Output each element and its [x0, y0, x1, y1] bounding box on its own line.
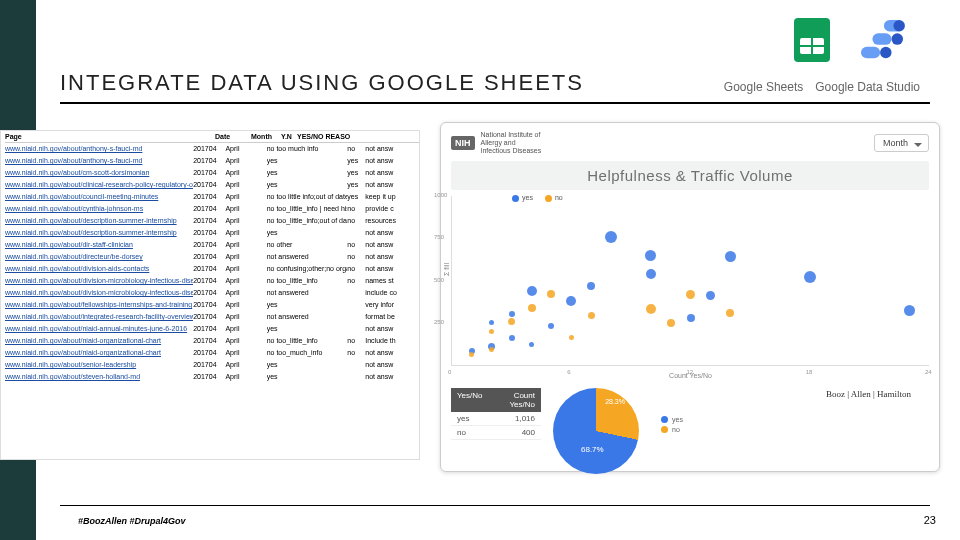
table-row: www.niaid.nih.gov/about/steven-holland-m…: [5, 371, 419, 383]
scatter-point: [509, 311, 515, 317]
sheet-col-extra: [387, 133, 407, 140]
sheet-col-reason: YES/NO REASO: [297, 133, 387, 140]
table-row: www.niaid.nih.gov/about/dir-staff-clinic…: [5, 239, 419, 251]
table-row: www.niaid.nih.gov/about/niaid-annual-min…: [5, 323, 419, 335]
table-row: www.niaid.nih.gov/about/division-microbi…: [5, 287, 419, 299]
table-row: no 400: [451, 426, 541, 440]
table-row: yes 1,016: [451, 412, 541, 426]
scatter-point: [645, 250, 656, 261]
svg-point-1: [880, 47, 891, 58]
table-row: www.niaid.nih.gov/about/clinical-researc…: [5, 179, 419, 191]
sheet-header-row: Page Date Month Y.N YES/NO REASO: [5, 131, 419, 143]
scatter-point: [527, 286, 537, 296]
scatter-point: [508, 318, 515, 325]
nih-line2: Allergy and: [481, 139, 542, 147]
legend-no: no: [555, 194, 563, 201]
footer-rule: [60, 505, 930, 506]
scatter-point: [646, 269, 656, 279]
table-row: www.niaid.nih.gov/about/division-microbi…: [5, 275, 419, 287]
scatter-point: [726, 309, 734, 317]
table-row: www.niaid.nih.gov/about/integrated-resea…: [5, 311, 419, 323]
scatter-legend: yes no: [512, 194, 563, 202]
ct-col-count: Count Yes/No: [489, 388, 541, 412]
svg-point-5: [893, 20, 904, 31]
table-row: www.niaid.nih.gov/about/division-aids-co…: [5, 263, 419, 275]
nih-line3: Infectious Diseases: [481, 147, 542, 155]
scatter-point: [804, 271, 816, 283]
sheets-label: Google Sheets: [724, 80, 803, 94]
sheet-col-yn: Y.N: [281, 133, 297, 140]
count-table: Yes/No Count Yes/No yes 1,016 no 400: [451, 388, 541, 440]
month-dropdown-label: Month: [883, 138, 908, 148]
scatter-point: [667, 319, 675, 327]
google-sheets-icon: [794, 18, 830, 62]
nih-line1: National Institute of: [481, 131, 542, 139]
sheet-col-date: Date: [215, 133, 251, 140]
scatter-point: [509, 335, 515, 341]
table-row: www.niaid.nih.gov/about/niaid-organizati…: [5, 347, 419, 359]
google-data-studio-icon: [859, 20, 905, 62]
nih-logo-icon: NIH: [451, 136, 475, 150]
table-row: www.niaid.nih.gov/about/anthony-s-fauci-…: [5, 155, 419, 167]
scatter-point: [566, 296, 576, 306]
pie-legend: yes no: [661, 416, 683, 436]
scatter-chart: yes no Σ fill Count Yes/No 2505007501000…: [451, 196, 929, 366]
datastudio-label: Google Data Studio: [815, 80, 920, 94]
svg-point-3: [892, 33, 903, 44]
scatter-point: [569, 335, 574, 340]
table-row: www.niaid.nih.gov/about/description-summ…: [5, 227, 419, 239]
sheet-col-page: Page: [5, 133, 215, 140]
scatter-point: [687, 314, 695, 322]
table-row: www.niaid.nih.gov/about/council-meeting-…: [5, 191, 419, 203]
month-dropdown[interactable]: Month: [874, 134, 929, 152]
table-row: www.niaid.nih.gov/about/cm-scott-dorsimo…: [5, 167, 419, 179]
table-row: www.niaid.nih.gov/about/fellowships-inte…: [5, 299, 419, 311]
scatter-point: [605, 231, 617, 243]
pie-pct-yes: 68.7%: [581, 445, 604, 454]
sheet-col-month: Month: [251, 133, 281, 140]
scatter-point: [587, 282, 595, 290]
product-labels: Google Sheets Google Data Studio: [724, 80, 920, 94]
nih-badge: NIH National Institute of Allergy and In…: [451, 131, 541, 155]
ct-col-yn: Yes/No: [451, 388, 489, 412]
scatter-point: [489, 347, 494, 352]
booz-allen-logo: Booz | Allen | Hamilton: [826, 389, 911, 399]
svg-rect-0: [861, 47, 880, 58]
table-row: www.niaid.nih.gov/about/senior-leadershi…: [5, 359, 419, 371]
scatter-point: [706, 291, 715, 300]
scatter-point: [588, 312, 595, 319]
scatter-point: [725, 251, 736, 262]
legend-yes: yes: [522, 194, 533, 201]
page-number: 23: [924, 514, 936, 526]
scatter-point: [489, 329, 494, 334]
scatter-point: [469, 352, 474, 357]
scatter-point: [548, 323, 554, 329]
table-row: www.niaid.nih.gov/about/directeur/be-dor…: [5, 251, 419, 263]
table-row: www.niaid.nih.gov/about/anthony-s-fauci-…: [5, 143, 419, 155]
scatter-point: [646, 304, 656, 314]
scatter-point: [489, 320, 494, 325]
pie-pct-no: 28.3%: [605, 398, 625, 405]
table-row: www.niaid.nih.gov/about/niaid-organizati…: [5, 335, 419, 347]
table-row: www.niaid.nih.gov/about/cynthia-johnson-…: [5, 203, 419, 215]
svg-rect-2: [872, 33, 891, 44]
scatter-point: [686, 290, 695, 299]
scatter-point: [528, 304, 536, 312]
scatter-point: [529, 342, 534, 347]
data-studio-panel: NIH National Institute of Allergy and In…: [440, 122, 940, 472]
scatter-ylabel: Σ fill: [443, 263, 450, 276]
scatter-point: [904, 305, 915, 316]
slide-title: INTEGRATE DATA USING GOOGLE SHEETS: [60, 70, 584, 96]
pie-chart: 28.3% 68.7% yes no: [553, 388, 683, 478]
title-underline: [60, 102, 930, 104]
panel-title: Helpfulness & Traffic Volume: [451, 161, 929, 190]
scatter-point: [547, 290, 555, 298]
table-row: www.niaid.nih.gov/about/description-summ…: [5, 215, 419, 227]
spreadsheet-screenshot: Page Date Month Y.N YES/NO REASO www.nia…: [0, 130, 420, 460]
footer-hashtag: #BoozAllen #Drupal4Gov: [78, 516, 186, 526]
